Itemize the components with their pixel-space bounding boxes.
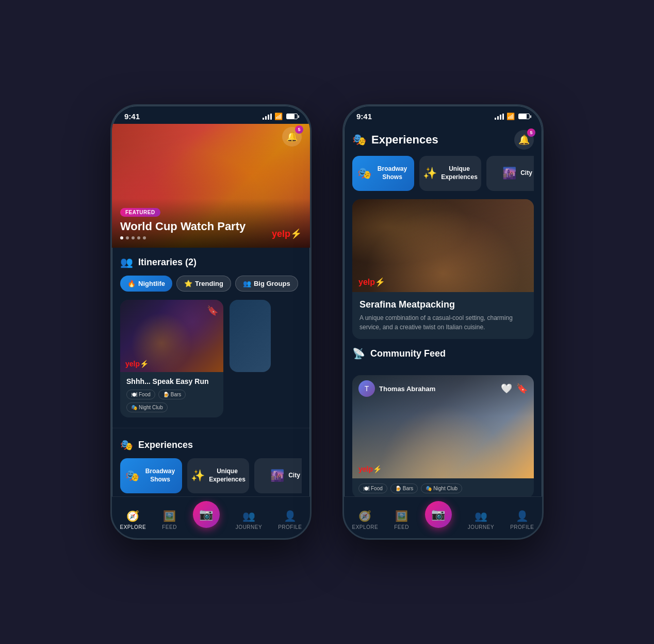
bookmark-icon-2[interactable]: 🔖 — [516, 383, 528, 394]
journey-label-1: JOURNEY — [236, 524, 262, 530]
profile-label-2: PROFILE — [510, 524, 534, 530]
status-bar-2: 9:41 📶 — [344, 106, 542, 124]
camera-icon-1[interactable]: 📷 — [193, 501, 220, 528]
city-label-2: City — [520, 169, 532, 178]
phone2-header-left: 🎭 Experiences — [352, 133, 438, 147]
profile-icon-2: 👤 — [516, 510, 529, 522]
nightclub-tag-comm[interactable]: 🎭 Night Club — [421, 484, 462, 493]
big-groups-chip[interactable]: 👥 Big Groups — [235, 276, 298, 292]
journey-label-2: JOURNEY — [468, 524, 494, 530]
bars-icon-1: 🍺 — [163, 392, 169, 397]
battery-icon-1 — [286, 114, 298, 119]
unique-label: Unique Experiences — [209, 468, 246, 484]
experience-tabs: 🎭 Broadway Shows ✨ Unique Experiences 🌆 … — [120, 458, 302, 493]
phone-1-content[interactable]: 🔔 5 FEATURED World Cup Watch Party yelp⚡ — [112, 124, 310, 496]
bookmark-icon-1[interactable]: 🔖 — [207, 305, 218, 316]
broadway-icon-2: 🎭 — [357, 167, 371, 180]
battery-icon-2 — [518, 114, 530, 119]
community-icon: 📡 — [352, 347, 365, 360]
big-groups-icon: 👥 — [243, 280, 251, 287]
notification-button-2[interactable]: 🔔 5 — [514, 130, 534, 150]
unique-exp-tab[interactable]: ✨ Unique Experiences — [187, 458, 249, 493]
heart-icon[interactable]: 🤍 — [501, 383, 512, 394]
card-yelp-1: yelp⚡ — [125, 360, 149, 368]
itineraries-section: 👥 Itineraries (2) 🔥 Nightlife ⭐ Trending… — [112, 248, 310, 426]
community-card[interactable]: T Thomas Abraham 🤍 🔖 yelp⚡ 🍽️ — [352, 375, 534, 496]
nightlife-label: Nightlife — [138, 280, 165, 287]
filter-chips: 🔥 Nightlife ⭐ Trending 👥 Big Groups ❤️ D… — [120, 276, 302, 293]
itinerary-card-2-partial[interactable] — [230, 300, 271, 372]
hero-dot-2 — [126, 236, 129, 239]
feed-icon-1: 🖼️ — [163, 510, 176, 522]
signal-bar-2-1 — [495, 118, 496, 120]
bars-label-1: Bars — [171, 392, 182, 397]
phone-2-content[interactable]: 🎭 Experiences 🔔 5 🎭 Broadway Shows ✨ — [344, 124, 542, 496]
status-time-1: 9:41 — [124, 112, 140, 121]
status-icons-2: 📶 — [495, 112, 530, 120]
city-icon: 🌆 — [270, 469, 284, 482]
broadway-shows-tab[interactable]: 🎭 Broadway Shows — [120, 458, 182, 493]
nightclub-label-comm: Night Club — [433, 486, 457, 491]
wifi-icon-1: 📶 — [274, 112, 283, 120]
nav-feed-2[interactable]: 🖼️ FEED — [394, 510, 409, 530]
broadway-icon: 🎭 — [125, 469, 139, 482]
signal-bar-4 — [270, 114, 272, 120]
community-tags: 🍽️ Food 🍺 Bars 🎭 Night Club — [358, 484, 528, 493]
nav-explore-1[interactable]: 🧭 EXPLORE — [120, 510, 146, 530]
community-card-tags: 🍽️ Food 🍺 Bars 🎭 Night Club — [352, 478, 534, 496]
nightclub-tag-1[interactable]: 🎭 Night Club — [126, 403, 168, 412]
itinerary-cards-row[interactable]: 🔖 yelp⚡ Shhh... Speak Easy Run 🍽️ Food — [120, 300, 302, 417]
city-tab[interactable]: 🌆 City — [254, 458, 302, 493]
nav-profile-2[interactable]: 👤 PROFILE — [510, 510, 534, 530]
city-icon-2: 🌆 — [502, 167, 516, 180]
explore-icon-1: 🧭 — [126, 510, 139, 522]
profile-icon-1: 👤 — [284, 510, 297, 522]
featured-exp-desc: A unique combination of a casual-cool se… — [359, 313, 527, 332]
phone-2: 9:41 📶 🎭 Experiences — [342, 104, 544, 540]
nav-camera-1[interactable]: 📷 — [193, 501, 220, 530]
bars-tag-comm[interactable]: 🍺 Bars — [390, 484, 418, 493]
broadway-tab-2[interactable]: 🎭 Broadway Shows — [352, 156, 414, 191]
trending-chip[interactable]: ⭐ Trending — [176, 276, 231, 292]
hero-dot-1 — [120, 236, 123, 239]
bars-icon-comm: 🍺 — [395, 486, 401, 491]
feed-label-2: FEED — [394, 524, 409, 530]
bars-tag-1[interactable]: 🍺 Bars — [158, 390, 186, 399]
signal-bar-2 — [265, 116, 267, 120]
hero-dot-3 — [132, 236, 135, 239]
explore-label-1: EXPLORE — [120, 524, 146, 530]
nav-journey-1[interactable]: 👥 JOURNEY — [236, 510, 262, 530]
nav-explore-2[interactable]: 🧭 EXPLORE — [352, 510, 378, 530]
scene: 9:41 📶 🔔 — [90, 84, 564, 560]
hero-dot-5 — [143, 236, 146, 239]
itinerary-card-1[interactable]: 🔖 yelp⚡ Shhh... Speak Easy Run 🍽️ Food — [120, 300, 223, 417]
experiences-section-title: Experiences — [138, 440, 193, 450]
nav-feed-1[interactable]: 🖼️ FEED — [162, 510, 177, 530]
featured-exp-image: yelp⚡ — [352, 199, 534, 292]
battery-fill-2 — [519, 114, 527, 119]
broadway-label-2: Broadway Shows — [375, 165, 409, 181]
bottom-nav-1: 🧭 EXPLORE 🖼️ FEED 📷 👥 JOURNEY 👤 PROFILE — [112, 496, 310, 538]
camera-icon-2[interactable]: 📷 — [425, 501, 452, 528]
user-name: Thomas Abraham — [379, 385, 435, 393]
hero-yelp-logo: yelp⚡ — [272, 228, 302, 239]
signal-bars-2 — [495, 114, 504, 120]
signal-bar-3 — [268, 115, 269, 120]
explore-icon-2: 🧭 — [358, 510, 371, 522]
experience-tabs-section-2: 🎭 Broadway Shows ✨ Unique Experiences 🌆 … — [344, 156, 542, 199]
hero-section: 🔔 5 FEATURED World Cup Watch Party yelp⚡ — [112, 124, 310, 248]
food-tag-1[interactable]: 🍽️ Food — [126, 390, 155, 399]
notification-button-1[interactable]: 🔔 5 — [282, 127, 302, 147]
nightclub-icon-1: 🎭 — [131, 405, 137, 410]
city-tab-2[interactable]: 🌆 City — [486, 156, 534, 191]
trending-label: Trending — [195, 280, 223, 287]
food-tag-comm[interactable]: 🍽️ Food — [358, 484, 387, 493]
featured-experience-card[interactable]: yelp⚡ Serafina Meatpacking A unique comb… — [352, 199, 534, 339]
nightlife-chip[interactable]: 🔥 Nightlife — [120, 276, 172, 292]
nav-profile-1[interactable]: 👤 PROFILE — [278, 510, 302, 530]
unique-tab-2[interactable]: ✨ Unique Experiences — [419, 156, 481, 191]
nav-journey-2[interactable]: 👥 JOURNEY — [468, 510, 494, 530]
itineraries-icon: 👥 — [120, 256, 133, 268]
itineraries-title: Itineraries (2) — [138, 257, 197, 268]
nav-camera-2[interactable]: 📷 — [425, 501, 452, 530]
